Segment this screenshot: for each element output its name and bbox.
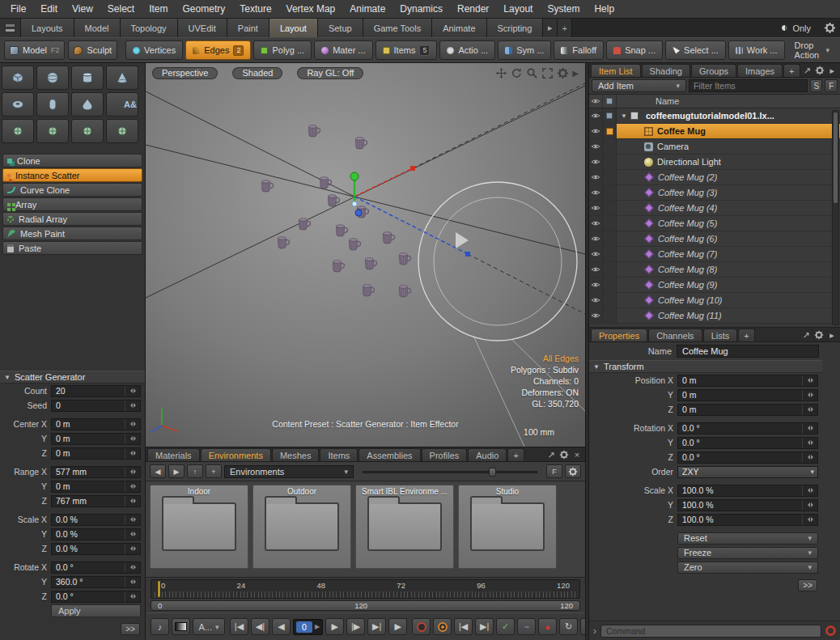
- property-input[interactable]: 100.0 % ▾: [677, 499, 818, 511]
- preset-tab[interactable]: Audio: [468, 448, 507, 461]
- tab-overflow-arrow[interactable]: ▸: [543, 19, 558, 37]
- item-list-row[interactable]: Coffee Mug (6): [589, 231, 840, 247]
- tool-button[interactable]: Paste: [2, 241, 142, 255]
- properties-tab[interactable]: Channels: [648, 328, 702, 341]
- name-column-header[interactable]: Name: [655, 96, 679, 106]
- add-item-dropdown[interactable]: Add Item ▾: [592, 79, 686, 92]
- 3d-viewport[interactable]: Perspective Shaded Ray GL: Off ▶ All Edg…: [146, 63, 585, 447]
- mini-slider-arrows[interactable]: [125, 419, 138, 430]
- viewport-mode-dropdown[interactable]: Perspective: [152, 67, 218, 79]
- property-input[interactable]: 0.0 %: [51, 528, 141, 540]
- item-name-field[interactable]: Coffee Mug: [677, 345, 819, 358]
- primitive-tool-button[interactable]: [36, 92, 69, 117]
- visibility-eye-icon[interactable]: [589, 139, 603, 154]
- menu-item[interactable]: Texture: [232, 0, 278, 18]
- preset-tab[interactable]: Materials: [147, 448, 200, 461]
- menu-item[interactable]: Edit: [33, 0, 65, 18]
- property-input[interactable]: 0 m ▾: [677, 404, 818, 416]
- item-list-row[interactable]: Directional Light: [589, 155, 840, 170]
- menu-item[interactable]: Item: [142, 0, 175, 18]
- envelope-display-button[interactable]: [172, 618, 190, 635]
- nav-up-button[interactable]: ↑: [187, 464, 203, 478]
- current-frame-field[interactable]: 0 ▶: [293, 619, 323, 635]
- render-toggle[interactable]: [603, 231, 617, 246]
- close-icon[interactable]: ×: [571, 448, 583, 461]
- waveform-button[interactable]: ~: [517, 618, 536, 635]
- layout-switcher-button[interactable]: [0, 19, 21, 37]
- visibility-eye-icon[interactable]: [589, 278, 603, 292]
- menu-item[interactable]: Help: [587, 0, 622, 18]
- filter-mode-button[interactable]: F: [825, 79, 838, 92]
- menu-item[interactable]: Select: [100, 0, 142, 18]
- visibility-eye-icon[interactable]: [589, 170, 603, 184]
- toolbar-button[interactable]: Falloff: [554, 40, 604, 60]
- item-list-row[interactable]: Coffee Mug (2): [589, 170, 840, 185]
- go-to-start-button[interactable]: |◀: [230, 618, 248, 635]
- mini-slider-arrows[interactable]: [125, 496, 138, 506]
- render-toggle[interactable]: [603, 308, 617, 323]
- command-input[interactable]: [600, 625, 821, 638]
- loop-button[interactable]: ↻: [559, 618, 578, 635]
- menu-item[interactable]: Layout: [496, 0, 540, 18]
- property-input[interactable]: 0.0 ° ▾: [677, 437, 818, 449]
- preset-tab[interactable]: Items: [320, 448, 358, 461]
- mini-slider-arrows[interactable]: [125, 401, 138, 411]
- property-input[interactable]: ZXY ▾: [677, 466, 818, 478]
- mini-slider-arrows[interactable]: [125, 529, 138, 540]
- mini-slider-arrows[interactable]: [802, 405, 816, 415]
- render-toggle[interactable]: [603, 155, 617, 169]
- disclosure-icon[interactable]: ▼: [621, 112, 627, 120]
- next-key-button[interactable]: |▶: [346, 618, 365, 635]
- item-list-row[interactable]: Coffee Mug (10): [589, 293, 840, 308]
- panel-more-button[interactable]: >>: [121, 623, 140, 635]
- transform-action-button[interactable]: Reset ▾: [677, 532, 818, 545]
- primitive-tool-button[interactable]: [71, 119, 104, 143]
- transform-action-button[interactable]: Zero ▾: [677, 562, 818, 574]
- pan-icon[interactable]: [495, 67, 507, 79]
- layout-tab[interactable]: Topology: [121, 19, 178, 37]
- property-input[interactable]: 0 m: [51, 481, 141, 493]
- property-input[interactable]: 767 mm: [51, 495, 141, 507]
- mini-slider-arrows[interactable]: [802, 390, 816, 401]
- menu-item[interactable]: Geometry: [176, 0, 233, 18]
- preset-tab[interactable]: Profiles: [422, 448, 468, 461]
- primitive-tool-button[interactable]: [106, 66, 138, 90]
- menu-item[interactable]: System: [540, 0, 587, 18]
- add-layout-tab-button[interactable]: +: [558, 19, 572, 37]
- layout-tab[interactable]: Game Tools: [363, 19, 433, 37]
- tool-button[interactable]: Instance Scatter: [2, 168, 142, 182]
- visibility-eye-icon[interactable]: [589, 308, 603, 323]
- tool-button[interactable]: Curve Clone: [2, 183, 142, 197]
- layout-tab[interactable]: Scripting: [487, 19, 544, 37]
- property-input[interactable]: 100.0 % ▾: [677, 514, 818, 526]
- apply-button[interactable]: Apply: [51, 604, 141, 617]
- mini-slider-arrows[interactable]: [125, 434, 138, 444]
- visibility-eye-icon[interactable]: [589, 201, 603, 215]
- scatter-generator-header[interactable]: ▼ Scatter Generator: [0, 371, 145, 384]
- menu-item[interactable]: Animate: [342, 0, 392, 18]
- item-list-row[interactable]: Coffee Mug (9): [589, 278, 840, 293]
- item-list-row[interactable]: Coffee Mug (4): [589, 201, 840, 216]
- preset-tab[interactable]: Assemblies: [358, 448, 420, 461]
- toolbar-button[interactable]: Edges 2: [185, 40, 251, 60]
- item-list-tab[interactable]: Item List: [591, 64, 641, 77]
- model-mode-button[interactable]: Model F2: [4, 40, 65, 60]
- toolbar-button[interactable]: Mater ...: [314, 40, 372, 60]
- preset-folder-tile[interactable]: Smart IBL Environme ...: [355, 485, 454, 569]
- tool-button[interactable]: Clone: [2, 154, 142, 167]
- item-list-scrollbar[interactable]: [832, 110, 839, 325]
- primitive-tool-button[interactable]: [36, 66, 69, 90]
- menu-item[interactable]: File: [3, 0, 33, 18]
- preset-path-dropdown[interactable]: Environments ▾: [224, 465, 354, 478]
- expand-icon[interactable]: ↗: [545, 448, 558, 461]
- item-list-row[interactable]: Coffee Mug (5): [589, 216, 840, 231]
- tool-button[interactable]: Array: [2, 197, 142, 211]
- preset-tab[interactable]: Environments: [201, 448, 271, 461]
- preset-tab[interactable]: Meshes: [272, 448, 320, 461]
- raygl-toggle[interactable]: Ray GL: Off: [297, 67, 363, 79]
- primitive-tool-button[interactable]: [2, 66, 34, 90]
- property-input[interactable]: 0 m: [51, 418, 141, 430]
- layout-tab[interactable]: UVEdit: [178, 19, 227, 37]
- preset-folder-tile[interactable]: Studio: [458, 485, 557, 569]
- layout-tab[interactable]: Paint: [227, 19, 269, 37]
